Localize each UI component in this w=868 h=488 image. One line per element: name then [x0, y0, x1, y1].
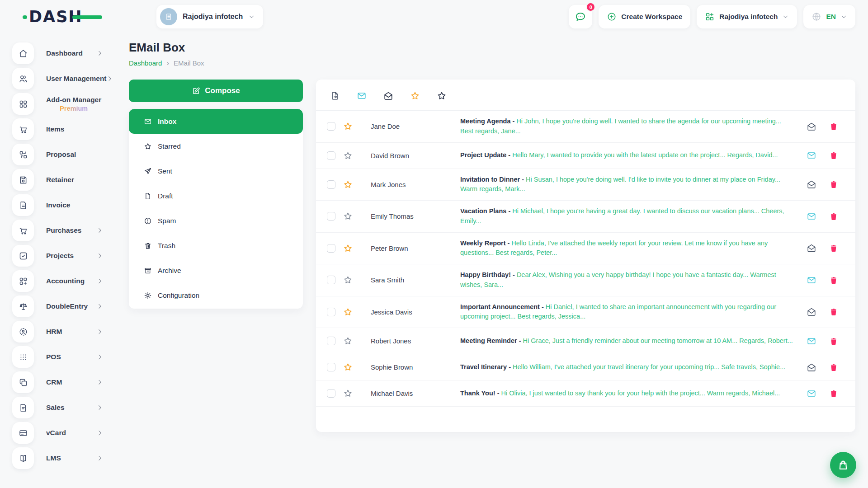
email-row[interactable]: Peter Brown Weekly Report - Hello Linda,… [316, 233, 855, 265]
email-checkbox[interactable] [327, 151, 335, 160]
sidebar-item-lms[interactable]: LMS [12, 447, 121, 469]
star-icon[interactable] [343, 336, 353, 346]
folder-label: Configuration [158, 291, 199, 300]
trash-icon[interactable] [829, 276, 838, 285]
trash-icon[interactable] [829, 122, 838, 131]
star-icon[interactable] [343, 151, 353, 160]
email-row[interactable]: Mark Jones Invitation to Dinner - Hi Sus… [316, 169, 855, 201]
email-row[interactable]: Robert Jones Meeting Reminder - Hi Grace… [316, 328, 855, 354]
sidebar-item-label: Items [46, 125, 65, 133]
starred-filter-icon[interactable] [410, 91, 420, 101]
star-icon[interactable] [343, 307, 353, 317]
star-icon[interactable] [343, 122, 353, 131]
trash-icon[interactable] [829, 244, 838, 253]
email-checkbox[interactable] [327, 122, 335, 131]
sidebar-item-invoice[interactable]: Invoice [12, 194, 121, 216]
email-checkbox[interactable] [327, 276, 335, 284]
email-row[interactable]: Sara Smith Happy Birthday! - Dear Alex, … [316, 264, 855, 296]
email-subject: Project Update [460, 151, 506, 159]
star-icon[interactable] [343, 180, 353, 189]
email-checkbox[interactable] [327, 363, 335, 371]
folder-item-inbox[interactable]: Inbox [129, 109, 303, 134]
email-row[interactable]: Jessica Davis Important Announcement - H… [316, 296, 855, 328]
trash-icon[interactable] [829, 363, 838, 372]
folder-item-trash[interactable]: Trash [129, 233, 303, 258]
sidebar-item-crm[interactable]: CRM [12, 371, 121, 393]
sidebar-item-vcard[interactable]: vCard [12, 422, 121, 444]
sidebar-item-doubleentry[interactable]: DoubleEntry [12, 296, 121, 317]
sidebar-item-projects[interactable]: Projects [12, 245, 121, 267]
trash-icon[interactable] [829, 307, 838, 316]
email-row[interactable]: Emily Thomas Vacation Plans - Hi Michael… [316, 201, 855, 233]
folder-item-configuration[interactable]: Configuration [129, 283, 303, 308]
sidebar-item-sales[interactable]: Sales [12, 397, 121, 418]
crm-icon [12, 371, 34, 393]
mail-open-icon[interactable] [807, 307, 816, 317]
workspace-selector[interactable]: Rajodiya infotech [156, 5, 263, 28]
email-row[interactable]: Jane Doe Meeting Agenda - Hi John, I hop… [316, 111, 855, 143]
draft-filter-icon[interactable] [330, 91, 340, 101]
sidebar-item-hrm[interactable]: HRM [12, 321, 121, 343]
sidebar-item-pos[interactable]: POS [12, 346, 121, 368]
mail-open-icon[interactable] [807, 122, 816, 131]
unstarred-filter-icon[interactable] [437, 91, 447, 101]
email-preview: Hello William, I've attached your travel… [513, 363, 785, 371]
trash-icon[interactable] [829, 337, 838, 346]
sidebar-item-proposal[interactable]: Proposal [12, 144, 121, 165]
sidebar-item-purchases[interactable]: Purchases [12, 220, 121, 241]
chevron-right-icon [107, 75, 113, 82]
star-icon[interactable] [343, 244, 353, 253]
messages-button[interactable]: 0 [569, 5, 592, 28]
company-selector[interactable]: Rajodiya infotech [697, 5, 797, 28]
mail-closed-icon[interactable] [807, 150, 816, 160]
unread-filter-icon[interactable] [357, 91, 367, 101]
star-icon[interactable] [343, 275, 353, 285]
email-checkbox[interactable] [327, 212, 335, 221]
mail-closed-icon[interactable] [807, 389, 816, 399]
email-row[interactable]: Michael Davis Thank You! - Hi Olivia, I … [316, 380, 855, 407]
sidebar-item-accounting[interactable]: Accounting [12, 270, 121, 292]
email-preview: Hi Grace, Just a friendly reminder about… [523, 337, 793, 344]
chat-icon [575, 11, 586, 23]
language-selector[interactable]: EN [803, 5, 855, 28]
email-checkbox[interactable] [327, 337, 335, 345]
sidebar-item-items[interactable]: Items [12, 118, 121, 140]
sidebar-item-add-on-manager[interactable]: Add-on Manager Premium [12, 93, 121, 115]
email-checkbox[interactable] [327, 244, 335, 253]
star-icon[interactable] [343, 362, 353, 372]
mail-closed-icon[interactable] [807, 211, 816, 221]
mail-open-icon[interactable] [807, 362, 816, 372]
create-workspace-button[interactable]: Create Workspace [599, 5, 690, 28]
folder-item-sent[interactable]: Sent [129, 159, 303, 183]
folder-item-archive[interactable]: Archive [129, 258, 303, 283]
star-icon[interactable] [343, 389, 353, 398]
sidebar-item-user-management[interactable]: User Management [12, 68, 121, 89]
compose-button[interactable]: Compose [129, 80, 303, 102]
mail-open-icon[interactable] [807, 243, 816, 253]
star-icon[interactable] [343, 211, 353, 221]
folder-item-draft[interactable]: Draft [129, 183, 303, 208]
trash-icon[interactable] [829, 212, 838, 221]
email-checkbox[interactable] [327, 308, 335, 316]
email-sender: Emily Thomas [371, 212, 460, 220]
app-logo[interactable]: DASH [29, 6, 108, 27]
plus-circle-icon [607, 12, 617, 22]
read-filter-icon[interactable] [383, 91, 393, 101]
trash-icon[interactable] [829, 151, 838, 160]
trash-icon[interactable] [829, 389, 838, 398]
email-checkbox[interactable] [327, 389, 335, 398]
addon-store-fab[interactable] [830, 452, 856, 478]
email-row[interactable]: David Brown Project Update - Hello Mary,… [316, 143, 855, 169]
folder-item-spam[interactable]: Spam [129, 208, 303, 233]
email-text: Vacation Plans - Hi Michael, I hope you'… [460, 206, 807, 226]
folder-item-starred[interactable]: Starred [129, 134, 303, 159]
mail-open-icon[interactable] [807, 179, 816, 189]
sidebar-item-dashboard[interactable]: Dashboard [12, 42, 121, 64]
email-checkbox[interactable] [327, 180, 335, 189]
breadcrumb-dashboard-link[interactable]: Dashboard [129, 59, 162, 67]
trash-icon[interactable] [829, 180, 838, 189]
email-row[interactable]: Sophie Brown Travel Itinerary - Hello Wi… [316, 354, 855, 380]
sidebar-item-retainer[interactable]: Retainer [12, 169, 121, 191]
mail-closed-icon[interactable] [807, 275, 816, 285]
mail-closed-icon[interactable] [807, 336, 816, 346]
